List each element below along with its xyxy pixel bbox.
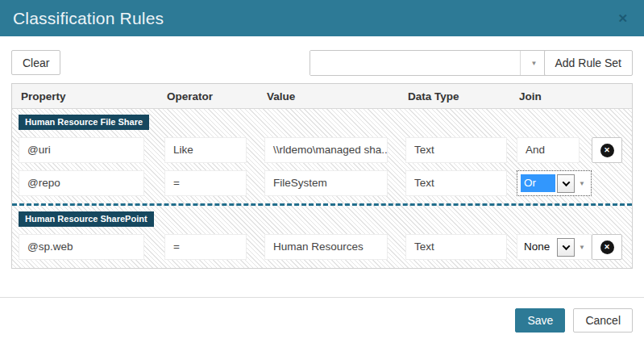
join-select[interactable]: Or ▼: [517, 170, 592, 196]
dialog-titlebar: Classification Rules ✕: [0, 0, 644, 36]
operator-field[interactable]: =: [164, 234, 247, 260]
delete-rule-button[interactable]: ✕: [592, 137, 622, 163]
value-field[interactable]: \\rldemo\managed sha...: [264, 137, 388, 163]
value-field[interactable]: FileSystem: [264, 170, 388, 196]
operator-field[interactable]: Like: [164, 137, 247, 163]
dropdown-arrow-icon[interactable]: ▼: [575, 244, 588, 251]
join-field[interactable]: And: [517, 137, 580, 163]
combobox-dropdown-icon[interactable]: ▼: [520, 51, 547, 75]
select-chevron-icon[interactable]: [557, 174, 575, 193]
table-row: @uri Like \\rldemo\managed sha... Text A…: [12, 137, 632, 163]
toolbar: Clear ▼ Add Rule Set: [11, 50, 633, 76]
data-type-field[interactable]: Text: [405, 137, 507, 163]
column-header-value: Value: [264, 90, 405, 102]
clear-button[interactable]: Clear: [11, 50, 60, 75]
join-selected-value: None: [521, 238, 555, 256]
rule-group-badge-sharepoint: Human Resource SharePoint: [19, 211, 154, 227]
column-header-join: Join: [517, 90, 592, 102]
chevron-down-icon: [562, 242, 570, 250]
table-body: Human Resource File Share @uri Like \\rl…: [12, 109, 632, 268]
table-row: @sp.web = Human Resources Text None ▼ ✕: [12, 234, 632, 260]
rules-table: Property Operator Value Data Type Join H…: [11, 83, 633, 269]
table-header-row: Property Operator Value Data Type Join: [12, 84, 632, 109]
delete-icon: ✕: [600, 241, 614, 254]
select-chevron-icon[interactable]: [557, 238, 575, 257]
delete-icon: ✕: [600, 144, 614, 157]
ruleset-combobox-input[interactable]: [310, 51, 520, 75]
page-title: Classification Rules: [13, 9, 614, 28]
cancel-button[interactable]: Cancel: [573, 308, 633, 333]
delete-rule-button[interactable]: ✕: [592, 234, 622, 260]
add-rule-set-button[interactable]: Add Rule Set: [544, 50, 634, 76]
column-header-data-type: Data Type: [405, 90, 517, 102]
dropdown-arrow-icon[interactable]: ▼: [575, 180, 588, 187]
table-row: @repo = FileSystem Text Or ▼: [12, 170, 632, 196]
close-icon[interactable]: ✕: [614, 10, 631, 26]
chevron-down-icon: [562, 178, 570, 186]
rule-group-badge-file-share: Human Resource File Share: [19, 115, 149, 130]
property-field[interactable]: @repo: [19, 170, 144, 196]
property-field[interactable]: @uri: [19, 137, 144, 163]
save-button[interactable]: Save: [515, 308, 565, 333]
operator-field[interactable]: =: [164, 170, 247, 196]
join-selected-value: Or: [521, 174, 555, 192]
property-field[interactable]: @sp.web: [19, 234, 144, 260]
data-type-field[interactable]: Text: [405, 170, 507, 196]
column-header-operator: Operator: [164, 90, 264, 102]
dialog-footer: Save Cancel: [0, 297, 644, 343]
value-field[interactable]: Human Resources: [264, 234, 388, 260]
column-header-property: Property: [19, 90, 164, 102]
ruleset-combobox[interactable]: ▼: [310, 50, 548, 76]
data-type-field[interactable]: Text: [405, 234, 507, 260]
join-select[interactable]: None ▼: [517, 234, 592, 260]
